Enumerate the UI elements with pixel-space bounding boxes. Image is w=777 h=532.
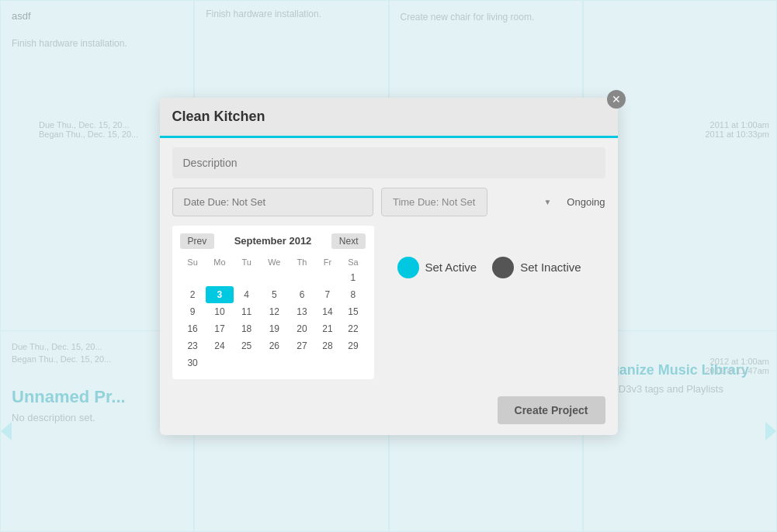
create-project-button[interactable]: Create Project [498, 396, 605, 424]
cal-header-mo: Mo [206, 255, 234, 269]
set-active-button[interactable]: Set Active [397, 257, 477, 278]
cal-header-su: Su [180, 255, 206, 269]
calendar-day[interactable]: 23 [180, 337, 206, 354]
calendar-day[interactable]: 10 [206, 303, 234, 320]
calendar-day[interactable]: 12 [259, 303, 290, 320]
modal-close-button[interactable]: ✕ [607, 90, 626, 109]
calendar-day [259, 269, 290, 286]
calendar-month-label: September 2012 [234, 235, 312, 247]
calendar-day[interactable]: 16 [180, 320, 206, 337]
modal-dialog: ✕ Time Due: Not Set Ongoing [160, 98, 618, 435]
calendar-header: Prev September 2012 Next [180, 233, 366, 249]
calendar-day [234, 354, 259, 371]
description-input[interactable] [172, 147, 605, 178]
calendar-day [180, 269, 206, 286]
cal-header-fr: Fr [314, 255, 340, 269]
time-due-select[interactable]: Time Due: Not Set [381, 188, 487, 216]
calendar-day[interactable]: 1 [340, 269, 366, 286]
calendar-day[interactable]: 25 [234, 337, 259, 354]
calendar-day[interactable]: 6 [290, 286, 315, 303]
time-due-wrapper: Time Due: Not Set [381, 188, 559, 216]
calendar-day[interactable]: 3 [206, 286, 234, 303]
calendar-grid: Su Mo Tu We Th Fr Sa 1234567891011121314… [180, 255, 366, 371]
calendar-day[interactable]: 15 [340, 303, 366, 320]
close-icon: ✕ [612, 93, 621, 105]
calendar-day[interactable]: 26 [259, 337, 290, 354]
modal-footer: Create Project [160, 389, 618, 435]
calendar-day[interactable]: 9 [180, 303, 206, 320]
calendar-day[interactable]: 18 [234, 320, 259, 337]
set-active-label: Set Active [425, 261, 477, 274]
cal-header-sa: Sa [340, 255, 366, 269]
calendar-day[interactable]: 30 [180, 354, 206, 371]
calendar-day[interactable]: 13 [290, 303, 315, 320]
calendar-day[interactable]: 5 [259, 286, 290, 303]
calendar-day[interactable]: 21 [314, 320, 340, 337]
status-section: Set Active Set Inactive [397, 226, 581, 278]
calendar: Prev September 2012 Next Su Mo Tu We Th [172, 226, 374, 379]
calendar-day [290, 269, 315, 286]
active-dot-icon [397, 257, 419, 278]
calendar-day[interactable]: 2 [180, 286, 206, 303]
calendar-day[interactable]: 29 [340, 337, 366, 354]
calendar-day[interactable]: 22 [340, 320, 366, 337]
calendar-day[interactable]: 14 [314, 303, 340, 320]
calendar-day [290, 354, 315, 371]
calendar-day[interactable]: 4 [234, 286, 259, 303]
calendar-day [206, 354, 234, 371]
cal-header-we: We [259, 255, 290, 269]
calendar-prev-button[interactable]: Prev [180, 233, 215, 249]
modal-body: Time Due: Not Set Ongoing Prev September… [160, 138, 618, 389]
calendar-day[interactable]: 27 [290, 337, 315, 354]
calendar-day[interactable]: 20 [290, 320, 315, 337]
calendar-day [314, 269, 340, 286]
set-inactive-label: Set Inactive [520, 261, 581, 274]
calendar-next-button[interactable]: Next [331, 233, 366, 249]
inactive-dot-icon [492, 257, 514, 278]
date-time-row: Time Due: Not Set Ongoing [172, 188, 605, 216]
ongoing-label: Ongoing [567, 196, 605, 208]
calendar-day[interactable]: 19 [259, 320, 290, 337]
calendar-day[interactable]: 24 [206, 337, 234, 354]
set-inactive-button[interactable]: Set Inactive [492, 257, 581, 278]
calendar-day [314, 354, 340, 371]
calendar-day [234, 269, 259, 286]
calendar-day [340, 354, 366, 371]
title-input[interactable] [160, 98, 618, 138]
modal-overlay: ✕ Time Due: Not Set Ongoing [0, 0, 777, 532]
calendar-day[interactable]: 17 [206, 320, 234, 337]
calendar-status-row: Prev September 2012 Next Su Mo Tu We Th [172, 226, 605, 379]
calendar-day [206, 269, 234, 286]
calendar-day[interactable]: 28 [314, 337, 340, 354]
calendar-day[interactable]: 11 [234, 303, 259, 320]
calendar-day[interactable]: 8 [340, 286, 366, 303]
date-due-input[interactable] [172, 188, 373, 216]
cal-header-tu: Tu [234, 255, 259, 269]
cal-header-th: Th [290, 255, 315, 269]
calendar-day [259, 354, 290, 371]
calendar-day[interactable]: 7 [314, 286, 340, 303]
